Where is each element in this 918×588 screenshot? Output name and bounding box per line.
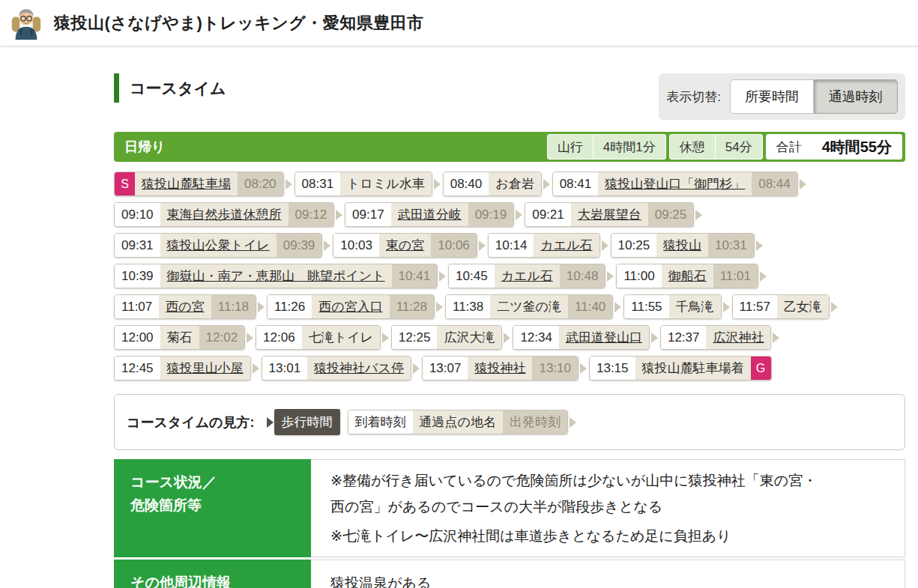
timeline-row: 11:07西の宮11:1811:26西の宮入口11:2811:38二ツ釜の滝11… — [114, 294, 905, 319]
place-name-link[interactable]: 西の宮入口 — [312, 295, 389, 318]
info-content-line: ※整備が行き届いているので危険箇所は少ないが山中に猿投神社「東の宮・西の宮」があ… — [330, 467, 821, 520]
waypoint-chip: S猿投山麓駐車場08:20 — [114, 172, 284, 196]
waypoint-chip: 08:41猿投山登山口「御門杉」08:44 — [552, 172, 798, 196]
place-name-link[interactable]: 西の宮 — [159, 295, 211, 318]
timeline-row: 09:31猿投山公衆トイレ09:3910:03東の宮10:0610:14カエル石… — [114, 233, 905, 258]
departure-time: 11:01 — [713, 264, 758, 288]
place-name: 猿投山麓駐車場着 — [635, 357, 751, 380]
chevron-right-icon — [580, 363, 587, 374]
info-header-line: 危険箇所等 — [130, 494, 295, 517]
departure-time: 11:18 — [211, 295, 256, 318]
chevron-right-icon — [570, 417, 576, 428]
waypoint-chip: 08:31トロミル水車 — [295, 172, 432, 196]
place-name-link[interactable]: 猿投神社 — [468, 357, 532, 380]
waypoint-chip: 13:01猿投神社バス停 — [262, 356, 411, 381]
arrival-time: 11:55 — [624, 295, 668, 318]
place-name-link[interactable]: 猿投山麓駐車場 — [135, 172, 238, 196]
goal-badge: G — [751, 357, 771, 380]
chevron-right-icon — [413, 363, 420, 374]
legend-sample-chip: 到着時刻 通過点の地名 出発時刻 — [348, 410, 568, 434]
walk-time-chip: 歩行時間 — [274, 409, 340, 435]
waypoint-chip: 13:15猿投山麓駐車場着G — [589, 356, 772, 381]
waypoint-chip: 13:07猿投神社13:10 — [422, 356, 579, 381]
arrival-time: 13:07 — [423, 357, 468, 380]
arrival-time: 10:39 — [115, 264, 160, 288]
arrival-time: 08:40 — [444, 172, 489, 196]
chevron-right-icon — [756, 240, 763, 251]
place-name: 広沢大滝 — [437, 326, 501, 349]
departure-time: 10:48 — [560, 264, 606, 288]
arrival-time: 10:25 — [612, 234, 657, 257]
waypoint-chip: 09:21大岩展望台09:25 — [525, 202, 694, 227]
place-name-link[interactable]: 武田道分岐 — [391, 203, 468, 226]
toggle-option[interactable]: 所要時間 — [730, 79, 814, 114]
departure-time: 10:06 — [431, 234, 477, 257]
waypoint-chip: 12:45猿投里山小屋 — [114, 356, 251, 381]
departure-time: 12:02 — [199, 326, 245, 349]
chevron-right-icon — [543, 179, 550, 190]
place-name-link[interactable]: 大岩展望台 — [571, 203, 648, 226]
place-name-link[interactable]: 東海自然歩道休憩所 — [160, 203, 289, 226]
departure-time: 13:10 — [532, 357, 578, 380]
place-name-link[interactable]: カエル石 — [495, 264, 560, 288]
chevron-right-icon — [434, 179, 441, 190]
place-name: トロミル水車 — [340, 172, 432, 196]
waypoint-chip: 12:37広沢神社 — [660, 325, 772, 350]
waypoint-chip: 11:55千鳥滝 — [623, 294, 721, 319]
chevron-right-icon — [253, 363, 259, 374]
summary-stat: 休憩54分 — [669, 134, 763, 160]
stat-label: 山行 — [548, 135, 593, 159]
timeline-row: 10:39御嶽山・南ア・恵那山 眺望ポイント10:4110:45カエル石10:4… — [114, 264, 905, 288]
place-name-link[interactable]: 武田道登山口 — [559, 326, 649, 349]
info-table-row: その他周辺情報猿投温泉がある — [114, 560, 905, 588]
place-name-link[interactable]: 猿投里山小屋 — [160, 357, 250, 380]
place-name-link[interactable]: カエル石 — [534, 234, 599, 257]
departure-time: 09:39 — [277, 234, 322, 257]
walk-arrow-icon — [267, 417, 274, 428]
summary-stat: 合計4時間55分 — [766, 134, 902, 160]
place-name-link[interactable]: 広沢神社 — [706, 326, 770, 349]
site-header: 猿投山(さなげやま)トレッキング・愛知県豊田市 — [0, 0, 918, 46]
chevron-right-icon — [831, 302, 838, 312]
arrival-time: 12:34 — [513, 326, 559, 349]
chevron-right-icon — [760, 271, 767, 282]
departure-time: 08:20 — [238, 172, 283, 196]
legend-place-name: 通過点の地名 — [413, 410, 503, 434]
place-name-link[interactable]: 猿投山 — [656, 234, 708, 257]
info-table: コース状況／危険箇所等※整備が行き届いているので危険箇所は少ないが山中に猿投神社… — [114, 459, 905, 588]
chevron-right-icon — [258, 302, 265, 312]
place-name-link[interactable]: 猿投山公衆トイレ — [160, 234, 277, 257]
timeline-row: 12:45猿投里山小屋13:01猿投神社バス停13:07猿投神社13:1013:… — [114, 356, 905, 381]
departure-time: 11:28 — [390, 295, 434, 318]
day-summary-bar: 日帰り 山行4時間1分休憩54分合計4時間55分 — [114, 132, 905, 162]
arrival-time: 09:17 — [345, 203, 391, 226]
start-badge: S — [115, 172, 135, 196]
place-name-link[interactable]: 猿投山登山口「御門杉」 — [598, 172, 752, 196]
chevron-right-icon — [773, 333, 779, 343]
departure-time: 11:40 — [568, 295, 612, 318]
waypoint-chip: 11:57乙女滝 — [732, 294, 830, 319]
arrival-time: 12:00 — [115, 326, 160, 349]
arrival-time: 09:10 — [115, 203, 160, 226]
toggle-option[interactable]: 通過時刻 — [814, 79, 898, 114]
waypoint-chip: 12:25広沢大滝 — [391, 325, 503, 350]
timeline-row: 09:10東海自然歩道休憩所09:1209:17武田道分岐09:1909:21大… — [114, 202, 905, 227]
place-name-link[interactable]: 東の宮 — [379, 234, 431, 257]
waypoint-chip: 08:40お倉岩 — [443, 172, 542, 196]
info-header-line: コース状況／ — [130, 470, 295, 494]
info-header-line: その他周辺情報 — [130, 571, 295, 588]
departure-time: 09:25 — [648, 203, 694, 226]
waypoint-chip: 09:10東海自然歩道休憩所09:12 — [114, 202, 334, 227]
info-header-cell: その他周辺情報 — [114, 560, 311, 588]
waypoint-chip: 10:39御嶽山・南ア・恵那山 眺望ポイント10:41 — [114, 264, 438, 288]
place-name-link[interactable]: 御嶽山・南ア・恵那山 眺望ポイント — [160, 264, 392, 288]
chevron-right-icon — [436, 302, 443, 312]
arrival-time: 10:14 — [489, 234, 534, 257]
info-content-line: ※七滝トイレ〜広沢神社間は車道歩きとなるため足に負担あり — [330, 523, 821, 549]
place-name-link[interactable]: 御船石 — [662, 264, 713, 288]
section-title: コースタイム — [114, 73, 226, 103]
waypoint-chip: 10:45カエル石10:48 — [448, 264, 606, 288]
place-name-link[interactable]: 猿投神社バス停 — [307, 357, 411, 380]
chevron-right-icon — [324, 240, 330, 251]
arrival-time: 11:07 — [115, 295, 159, 318]
